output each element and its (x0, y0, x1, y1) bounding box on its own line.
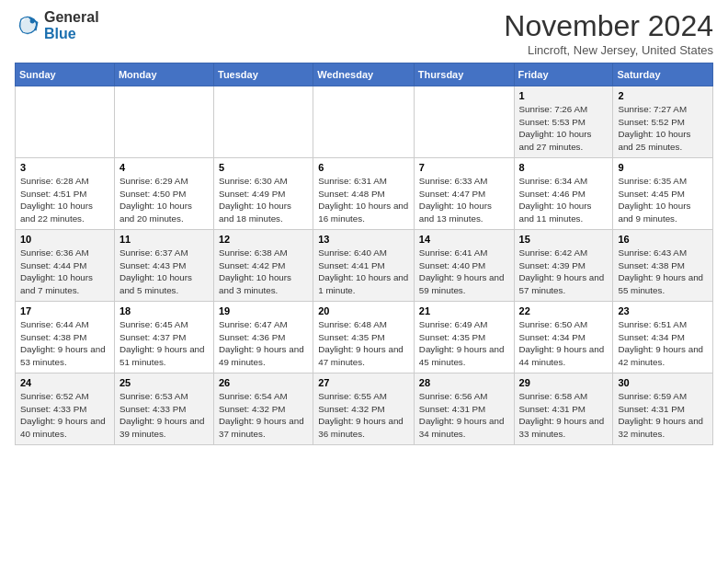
day-number: 22 (519, 305, 609, 316)
day-info: Sunrise: 6:56 AMSunset: 4:31 PMDaylight:… (419, 390, 509, 441)
logo: General Blue (15, 9, 99, 41)
calendar-cell: 11Sunrise: 6:37 AMSunset: 4:43 PMDayligh… (114, 230, 213, 302)
day-info: Sunrise: 6:49 AMSunset: 4:35 PMDaylight:… (419, 318, 509, 369)
page: General Blue November 2024 Lincroft, New… (0, 0, 728, 454)
day-number: 2 (618, 90, 708, 101)
day-number: 5 (219, 162, 308, 173)
weekday-header-wednesday: Wednesday (313, 63, 415, 86)
calendar-cell: 30Sunrise: 6:59 AMSunset: 4:31 PMDayligh… (613, 373, 713, 445)
calendar-cell: 28Sunrise: 6:56 AMSunset: 4:31 PMDayligh… (414, 373, 514, 445)
day-info: Sunrise: 6:37 AMSunset: 4:43 PMDaylight:… (119, 247, 209, 297)
day-info: Sunrise: 6:50 AMSunset: 4:34 PMDaylight:… (519, 318, 609, 369)
month-title: November 2024 (504, 9, 713, 43)
day-info: Sunrise: 6:55 AMSunset: 4:32 PMDaylight:… (318, 390, 409, 441)
day-info: Sunrise: 6:52 AMSunset: 4:33 PMDaylight:… (20, 390, 109, 441)
day-number: 27 (318, 377, 409, 388)
logo-general: General (44, 9, 99, 25)
day-number: 6 (318, 162, 409, 173)
day-info: Sunrise: 6:29 AMSunset: 4:50 PMDaylight:… (119, 175, 209, 225)
calendar-cell: 14Sunrise: 6:41 AMSunset: 4:40 PMDayligh… (414, 230, 514, 302)
header: General Blue November 2024 Lincroft, New… (15, 9, 713, 57)
calendar-cell: 8Sunrise: 6:34 AMSunset: 4:46 PMDaylight… (514, 158, 613, 230)
logo-blue: Blue (44, 26, 76, 41)
calendar-cell (16, 86, 115, 158)
day-number: 20 (318, 305, 409, 316)
calendar-cell: 6Sunrise: 6:31 AMSunset: 4:48 PMDaylight… (313, 158, 415, 230)
day-info: Sunrise: 6:36 AMSunset: 4:44 PMDaylight:… (20, 247, 109, 297)
day-info: Sunrise: 6:35 AMSunset: 4:45 PMDaylight:… (618, 175, 708, 225)
day-info: Sunrise: 6:54 AMSunset: 4:32 PMDaylight:… (219, 390, 308, 441)
day-number: 3 (20, 162, 109, 173)
weekday-header-tuesday: Tuesday (214, 63, 313, 86)
calendar-cell: 29Sunrise: 6:58 AMSunset: 4:31 PMDayligh… (514, 373, 613, 445)
day-info: Sunrise: 6:51 AMSunset: 4:34 PMDaylight:… (618, 318, 708, 369)
logo-icon (15, 13, 40, 39)
day-number: 21 (419, 305, 509, 316)
calendar-cell: 9Sunrise: 6:35 AMSunset: 4:45 PMDaylight… (613, 158, 713, 230)
day-number: 12 (219, 234, 308, 245)
calendar-cell: 25Sunrise: 6:53 AMSunset: 4:33 PMDayligh… (114, 373, 213, 445)
weekday-header-saturday: Saturday (613, 63, 713, 86)
calendar-cell: 16Sunrise: 6:43 AMSunset: 4:38 PMDayligh… (613, 230, 713, 302)
weekday-header-thursday: Thursday (414, 63, 514, 86)
calendar-cell: 27Sunrise: 6:55 AMSunset: 4:32 PMDayligh… (313, 373, 415, 445)
day-info: Sunrise: 6:38 AMSunset: 4:42 PMDaylight:… (219, 247, 308, 297)
calendar-cell: 21Sunrise: 6:49 AMSunset: 4:35 PMDayligh… (414, 302, 514, 373)
day-number: 24 (20, 377, 109, 388)
day-number: 18 (119, 305, 209, 316)
day-number: 28 (419, 377, 509, 388)
day-info: Sunrise: 6:40 AMSunset: 4:41 PMDaylight:… (318, 247, 409, 297)
calendar-cell: 4Sunrise: 6:29 AMSunset: 4:50 PMDaylight… (114, 158, 213, 230)
calendar-cell: 20Sunrise: 6:48 AMSunset: 4:35 PMDayligh… (313, 302, 415, 373)
week-row-4: 17Sunrise: 6:44 AMSunset: 4:38 PMDayligh… (16, 302, 713, 373)
day-number: 11 (119, 234, 209, 245)
day-info: Sunrise: 6:31 AMSunset: 4:48 PMDaylight:… (318, 175, 409, 225)
calendar-cell: 2Sunrise: 7:27 AMSunset: 5:52 PMDaylight… (613, 86, 713, 158)
calendar-cell: 15Sunrise: 6:42 AMSunset: 4:39 PMDayligh… (514, 230, 613, 302)
calendar-body: 1Sunrise: 7:26 AMSunset: 5:53 PMDaylight… (16, 86, 713, 445)
calendar-cell: 26Sunrise: 6:54 AMSunset: 4:32 PMDayligh… (214, 373, 313, 445)
calendar-cell: 7Sunrise: 6:33 AMSunset: 4:47 PMDaylight… (414, 158, 514, 230)
day-info: Sunrise: 6:28 AMSunset: 4:51 PMDaylight:… (20, 175, 109, 225)
week-row-3: 10Sunrise: 6:36 AMSunset: 4:44 PMDayligh… (16, 230, 713, 302)
calendar-cell (414, 86, 514, 158)
calendar-cell: 18Sunrise: 6:45 AMSunset: 4:37 PMDayligh… (114, 302, 213, 373)
day-number: 29 (519, 377, 609, 388)
day-info: Sunrise: 6:59 AMSunset: 4:31 PMDaylight:… (618, 390, 708, 441)
weekday-header-sunday: Sunday (16, 63, 115, 86)
calendar-cell: 24Sunrise: 6:52 AMSunset: 4:33 PMDayligh… (16, 373, 115, 445)
day-number: 14 (419, 234, 509, 245)
calendar-cell: 23Sunrise: 6:51 AMSunset: 4:34 PMDayligh… (613, 302, 713, 373)
day-info: Sunrise: 6:30 AMSunset: 4:49 PMDaylight:… (219, 175, 308, 225)
day-info: Sunrise: 6:47 AMSunset: 4:36 PMDaylight:… (219, 318, 308, 369)
day-info: Sunrise: 7:27 AMSunset: 5:52 PMDaylight:… (618, 103, 708, 154)
weekday-header-monday: Monday (114, 63, 213, 86)
logo-text: General Blue (44, 9, 99, 41)
day-info: Sunrise: 6:48 AMSunset: 4:35 PMDaylight:… (318, 318, 409, 369)
weekday-header-friday: Friday (514, 63, 613, 86)
day-info: Sunrise: 6:58 AMSunset: 4:31 PMDaylight:… (519, 390, 609, 441)
day-info: Sunrise: 6:41 AMSunset: 4:40 PMDaylight:… (419, 247, 509, 297)
day-number: 10 (20, 234, 109, 245)
calendar-cell: 17Sunrise: 6:44 AMSunset: 4:38 PMDayligh… (16, 302, 115, 373)
calendar-cell (214, 86, 313, 158)
calendar-header: SundayMondayTuesdayWednesdayThursdayFrid… (16, 63, 713, 86)
svg-point-2 (30, 18, 35, 23)
calendar-cell: 22Sunrise: 6:50 AMSunset: 4:34 PMDayligh… (514, 302, 613, 373)
title-area: November 2024 Lincroft, New Jersey, Unit… (504, 9, 713, 57)
calendar-table: SundayMondayTuesdayWednesdayThursdayFrid… (15, 63, 713, 445)
day-info: Sunrise: 6:53 AMSunset: 4:33 PMDaylight:… (119, 390, 209, 441)
day-number: 19 (219, 305, 308, 316)
week-row-2: 3Sunrise: 6:28 AMSunset: 4:51 PMDaylight… (16, 158, 713, 230)
day-number: 30 (618, 377, 708, 388)
calendar-cell: 10Sunrise: 6:36 AMSunset: 4:44 PMDayligh… (16, 230, 115, 302)
day-number: 9 (618, 162, 708, 173)
day-number: 7 (419, 162, 509, 173)
day-number: 4 (119, 162, 209, 173)
calendar-cell: 12Sunrise: 6:38 AMSunset: 4:42 PMDayligh… (214, 230, 313, 302)
day-number: 13 (318, 234, 409, 245)
day-info: Sunrise: 7:26 AMSunset: 5:53 PMDaylight:… (519, 103, 609, 154)
calendar-cell: 3Sunrise: 6:28 AMSunset: 4:51 PMDaylight… (16, 158, 115, 230)
day-info: Sunrise: 6:44 AMSunset: 4:38 PMDaylight:… (20, 318, 109, 369)
calendar-cell: 1Sunrise: 7:26 AMSunset: 5:53 PMDaylight… (514, 86, 613, 158)
